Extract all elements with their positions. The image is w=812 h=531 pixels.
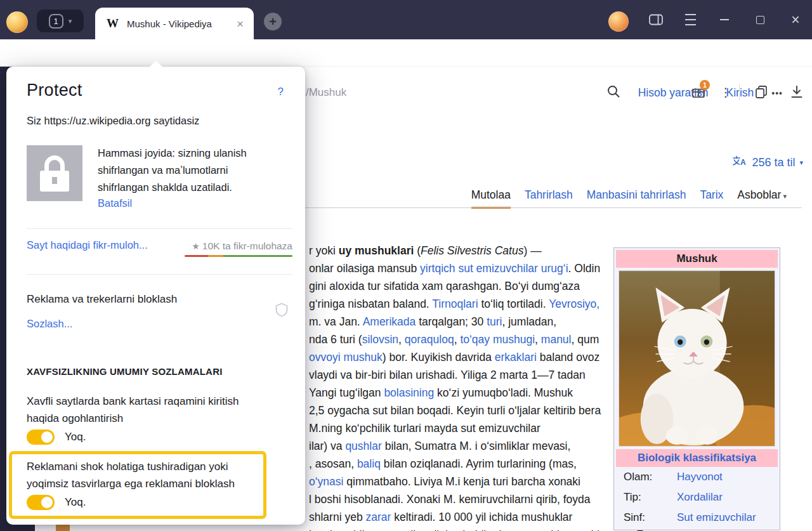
wiki-tabs: MutolaaTahrirlashManbasini tahrirlashTar…: [471, 188, 787, 208]
star-icon: ★: [192, 241, 200, 251]
tab-close-icon[interactable]: ×: [234, 16, 246, 31]
user-avatar[interactable]: [608, 11, 629, 32]
panel-title: Protect: [27, 81, 82, 100]
article-line: onlar oilasiga mansub yirtqich sut emizu…: [309, 259, 607, 277]
chevron-down-icon: ▾: [799, 159, 803, 167]
language-count: 256 ta til: [752, 156, 795, 169]
language-icon: A: [732, 155, 747, 169]
article-link[interactable]: Tirnoqlari: [432, 298, 478, 310]
article-link[interactable]: baliq: [357, 457, 381, 470]
classification-header-link[interactable]: Biologik klassifikatsiya: [616, 449, 778, 467]
close-button[interactable]: ×: [784, 0, 807, 39]
article-link[interactable]: zarar: [366, 511, 391, 523]
article-link[interactable]: Amerikada: [363, 315, 416, 328]
article-line: r yoki uy mushuklari (Felis Silvestris C…: [309, 242, 607, 259]
tab-label: Asboblar: [737, 188, 781, 201]
tab-title: Mushuk - Vikipediya: [127, 18, 234, 29]
details-link[interactable]: Batafsil: [98, 197, 132, 209]
article-link[interactable]: oʻynasi: [309, 475, 343, 488]
article-line: l boshi hisoblanadi. Xonaki M. kemiruvch…: [309, 490, 607, 508]
article-link[interactable]: urugʻi: [541, 262, 568, 275]
infobox-row: Olam:Hayvonot: [616, 467, 778, 487]
personal-more-menu[interactable]: •••: [771, 88, 783, 98]
article-line: shlarni yeb zarar keltiradi. 10 000 yil …: [309, 508, 607, 526]
article-line: nda 6 turi (silovsin, qoraquloq, toʻqay …: [309, 331, 607, 348]
article-link[interactable]: bolasining: [384, 386, 434, 399]
setting-shock-ads-row: Yoq.: [27, 495, 254, 510]
article-link[interactable]: erkaklari: [495, 351, 537, 364]
article-link[interactable]: turi: [487, 315, 502, 328]
tab-counter[interactable]: 1 ▾: [37, 10, 84, 32]
rating-bar: [185, 255, 292, 257]
infobox-row-label: Sinf:: [624, 511, 677, 524]
minimize-button[interactable]: [713, 0, 736, 39]
profile-avatar[interactable]: [6, 11, 28, 33]
menu-icon[interactable]: [679, 0, 702, 39]
infobox-title: Mushuk: [616, 250, 778, 268]
toolbar-more-menu[interactable]: ⋮: [717, 81, 735, 103]
article-text: r yoki uy mushuklari (Felis Silvestris C…: [309, 242, 607, 531]
article-line: oʻynasi qimmatbaho. Liviya M.i kenja tur…: [309, 473, 607, 490]
search-icon[interactable]: [606, 84, 620, 102]
setting-bank-card-warning-row: Yoq.: [27, 429, 86, 445]
adblock-title: Reklama va trekerlarni bloklash: [27, 293, 177, 306]
connection-status-text: Hammasi joyida: sizning ulanish shifrlan…: [98, 145, 268, 196]
article-link[interactable]: yirtqich sut emizuvchilar: [420, 262, 538, 275]
browser-toolbar: ← Я https://uz.wikipedia.org/wiki/Mushuk…: [0, 39, 812, 67]
article-link[interactable]: silovsin: [362, 333, 398, 346]
cat-photo[interactable]: [619, 270, 775, 447]
taxobox: Mushuk: [613, 247, 780, 530]
infobox-row-label: Olam:: [624, 471, 677, 483]
article-link[interactable]: qushlar: [345, 440, 381, 452]
article-line: , asosan, baliq bilan oziqlanadi. Ayrim …: [309, 455, 607, 473]
tab-asboblar[interactable]: Asboblar ▾: [737, 188, 787, 208]
collections-icon[interactable]: [752, 83, 770, 101]
site-line: Siz https://uz.wikipedia.org saytidasiz: [27, 115, 199, 127]
new-tab-button[interactable]: +: [264, 13, 282, 30]
protect-panel: Protect ? Siz https://uz.wikipedia.org s…: [6, 67, 305, 525]
tab-tarix[interactable]: Tarix: [700, 188, 723, 208]
setting-bank-card-warning-text: Xavfli saytlarda bank kartasi raqamini k…: [27, 393, 273, 427]
help-link[interactable]: ?: [278, 86, 284, 98]
infobox-row-value[interactable]: Sut emizuvchilar: [677, 511, 756, 524]
adblock-settings-link[interactable]: Sozlash...: [27, 318, 72, 330]
tab-label: Tahrirlash: [525, 188, 573, 201]
highlighted-setting-box: Reklamani shok holatiga tushiradigan yok…: [9, 451, 266, 519]
site-feedback-link[interactable]: Sayt haqidagi fikr-muloh...: [27, 239, 148, 251]
article-link[interactable]: ovvoyi mushuk: [309, 351, 383, 364]
infobox-row-value[interactable]: Xordalilar: [677, 491, 723, 504]
download-icon[interactable]: [788, 83, 806, 101]
chevron-down-icon: ▾: [69, 18, 72, 25]
rating-text: 10K ta fikr-mulohaza: [202, 240, 292, 251]
bank-card-warning-toggle[interactable]: [27, 429, 55, 445]
tab-tahrirlash[interactable]: Tahrirlash: [525, 188, 573, 208]
browser-tab[interactable]: W Mushuk - Vikipediya ×: [95, 8, 254, 39]
wikipedia-favicon: W: [107, 16, 119, 30]
infobox-row: Sinf:Sut emizuvchilar: [616, 508, 778, 528]
divider: [27, 228, 292, 229]
infobox-row-label: Tip:: [624, 491, 677, 504]
article-line: ilar) va qushlar bilan, Sumatra M. i oʻs…: [309, 437, 607, 455]
sidebar-panel-icon[interactable]: [645, 0, 667, 39]
tab-manbasini-tahrirlash[interactable]: Manbasini tahrirlash: [587, 188, 686, 208]
article-link[interactable]: Yevrosiyo,: [549, 298, 599, 310]
article-link[interactable]: qoraquloq: [405, 333, 454, 346]
tab-count-badge: 1: [49, 14, 63, 29]
shock-ads-toggle[interactable]: [27, 495, 55, 510]
tab-label: Manbasini tahrirlash: [587, 188, 686, 201]
divider: [27, 274, 292, 275]
tab-label: Mutolaa: [471, 188, 511, 201]
tab-mutolaa[interactable]: Mutolaa: [471, 188, 511, 208]
shield-icon: [275, 303, 289, 320]
lock-tile: [27, 145, 82, 201]
tab-label: Tarix: [700, 188, 723, 201]
site-rating: ★10K ta fikr-mulohaza: [192, 240, 292, 252]
panel-notch: [150, 61, 162, 67]
infobox-row-value[interactable]: Hayvonot: [677, 471, 723, 483]
article-link[interactable]: manul: [541, 333, 572, 346]
article-link[interactable]: toʻqay mushugi: [460, 333, 535, 346]
article-line: m. va Jan. Amerikada tarqalgan; 30 turi,…: [309, 313, 607, 331]
language-button[interactable]: A 256 ta til ▾: [732, 155, 803, 169]
maximize-button[interactable]: [749, 0, 771, 39]
svg-text:A: A: [740, 158, 746, 166]
